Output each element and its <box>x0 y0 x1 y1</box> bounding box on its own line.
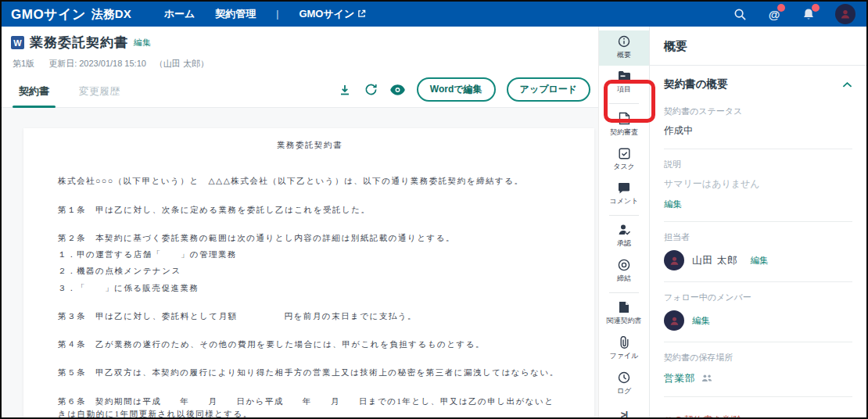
rail-item-overview[interactable]: 概要 <box>599 30 649 66</box>
brand-logo[interactable]: GMOサイン <box>11 5 86 23</box>
followers-label: フォロー中のメンバー <box>664 292 852 303</box>
person-check-icon <box>618 224 631 236</box>
upload-button[interactable]: アップロード <box>507 77 590 102</box>
page-title: 業務委託契約書 <box>30 34 128 52</box>
group-icon <box>701 371 712 385</box>
rail-item-approval[interactable]: 承認 <box>599 219 649 254</box>
clock-icon <box>618 371 630 384</box>
owner-edit-link[interactable]: 編集 <box>750 255 768 267</box>
version-label: 第1版 <box>13 58 34 70</box>
nav-gmo-sign[interactable]: GMOサイン <box>299 7 366 21</box>
doc-line: 第４条 乙が業務の遂行のため、その他の費用を要した場合には、甲がこれを負担するも… <box>58 338 561 351</box>
related-doc-icon <box>619 301 629 313</box>
panel-title: 概要 <box>664 38 852 65</box>
brand-suffix: 法務DX <box>91 7 131 22</box>
info-icon <box>618 35 630 48</box>
rail-item-related-contracts[interactable]: 関連契約書 <box>599 296 649 331</box>
rail-item-log[interactable]: ログ <box>599 367 649 402</box>
download-icon[interactable] <box>337 82 353 98</box>
description-edit-link[interactable]: 編集 <box>664 199 682 210</box>
location-label: 契約書の保存場所 <box>664 352 852 363</box>
task-check-icon <box>619 148 630 159</box>
rail-item-items[interactable]: 項目 <box>599 66 649 100</box>
doc-line: 業務委託契約書 <box>58 139 561 152</box>
followers-edit-link[interactable]: 編集 <box>692 315 710 327</box>
overview-panel: 概要 契約書の概要 契約書のステータス 作成中 説明 サマリーはありません 編集… <box>649 27 866 417</box>
doc-line: ３．「 」に係る販売促進業務 <box>58 282 561 295</box>
owner-label: 担当者 <box>664 231 852 243</box>
owner-avatar <box>664 250 684 270</box>
nav-contract-management[interactable]: 契約管理 <box>215 7 256 21</box>
doc-line: 第２条 本契約に基づく委託業務の範囲は次の通りとし内容の詳細は別紙記載の通りとす… <box>58 232 561 245</box>
nav-divider: | <box>276 9 278 20</box>
mention-icon[interactable]: @ <box>766 6 782 22</box>
section-title: 契約書の概要 <box>664 77 727 91</box>
rail-divider <box>609 292 639 293</box>
doc-line: 第１条 甲は乙に対し、次条に定める業務を委託し乙はこれを受託した。 <box>58 204 561 217</box>
doc-check-icon <box>619 112 630 125</box>
top-navigation-bar: GMOサイン 法務DX ホーム 契約管理 | GMOサイン <box>2 2 866 27</box>
field-divider <box>664 221 852 222</box>
rail-divider <box>609 215 639 216</box>
field-divider <box>664 149 852 149</box>
rail-divider <box>609 103 639 104</box>
word-file-icon: W <box>11 36 24 49</box>
title-edit-link[interactable]: 編集 <box>134 37 151 48</box>
external-link-icon <box>357 9 366 20</box>
doc-line: 第６条 契約期間は平成 年 月 日から平成 年 月 日までの1年とし、甲又は乙の… <box>58 396 561 417</box>
doc-line: 株式会社○○○（以下甲という）と △△△株式会社（以下乙という）は、以下の通り業… <box>58 175 561 188</box>
rail-item-conclusion[interactable]: 締結 <box>599 254 649 289</box>
paperclip-icon <box>619 336 629 349</box>
follower-avatar <box>664 310 684 331</box>
search-icon[interactable] <box>732 6 748 22</box>
comment-icon <box>618 182 630 194</box>
field-divider <box>664 281 852 282</box>
status-value: 作成中 <box>664 124 852 138</box>
doc-line: 第３条 甲は乙に対し、委託料として月額 円を前月の末日までに支払う。 <box>58 310 561 323</box>
word-edit-button[interactable]: Wordで編集 <box>417 77 496 102</box>
description-label: 説明 <box>664 159 852 170</box>
location-link[interactable]: 営業部 <box>664 372 696 385</box>
doc-line: １．甲の運営する店舗「 」の管理業務 <box>58 249 561 261</box>
seal-icon <box>618 259 630 271</box>
document-page: 業務委託契約書 株式会社○○○（以下甲という）と △△△株式会社（以下乙という）… <box>23 128 594 417</box>
user-avatar[interactable] <box>835 4 855 24</box>
preview-eye-icon[interactable] <box>390 82 406 98</box>
rail-item-tasks[interactable]: タスク <box>599 143 649 177</box>
bell-badge <box>812 4 820 12</box>
doc-line: ２．機器の点検メンテナンス <box>58 265 561 278</box>
tab-contract[interactable]: 契約書 <box>17 80 51 107</box>
owner-name: 山田 太郎 <box>692 254 737 267</box>
refresh-icon[interactable] <box>364 82 379 98</box>
document-viewport[interactable]: 業務委託契約書 株式会社○○○（以下甲という）と △△△株式会社（以下乙という）… <box>2 108 598 417</box>
bell-icon[interactable] <box>801 6 816 22</box>
rail-item-contract-review[interactable]: 契約審査 <box>599 107 649 143</box>
doc-line: 第５条 甲乙双方は、本契約の履行により知り得た相手方の営業上又は技術上の秘密を第… <box>58 367 561 379</box>
main-nav: ホーム 契約管理 | GMOサイン <box>164 7 367 21</box>
delete-contract-link[interactable]: この契約書を削除 <box>664 414 743 417</box>
main-area: W 業務委託契約書 編集 第1版 更新日: 2023/01/18 15:10 （… <box>2 27 866 417</box>
contract-content-column: W 業務委託契約書 編集 第1版 更新日: 2023/01/18 15:10 （… <box>2 27 598 417</box>
topbar-actions: @ <box>732 4 855 24</box>
document-actions: Wordで編集 アップロード <box>337 77 590 107</box>
nav-home[interactable]: ホーム <box>164 7 195 21</box>
document-header: W 業務委託契約書 編集 第1版 更新日: 2023/01/18 15:10 （… <box>2 27 598 70</box>
description-placeholder: サマリーはありません <box>664 177 852 191</box>
status-label: 契約書のステータス <box>664 106 852 117</box>
mention-badge <box>777 4 785 12</box>
folder-icon <box>618 70 631 82</box>
updated-label: 更新日: 2023/01/18 15:10 （山田 太郎） <box>48 58 209 70</box>
side-icon-rail: 概要 項目 契約審査 <box>598 27 649 417</box>
tab-bar: 契約書 変更履歴 <box>2 70 598 108</box>
app-window: GMOサイン 法務DX ホーム 契約管理 | GMOサイン <box>0 0 868 419</box>
chevron-up-icon[interactable] <box>842 77 852 91</box>
rail-item-comments[interactable]: コメント <box>599 177 649 212</box>
tab-history[interactable]: 変更履歴 <box>77 80 121 107</box>
field-divider <box>664 396 852 397</box>
collapse-panel-icon[interactable]: >| <box>599 402 649 419</box>
rail-item-files[interactable]: ファイル <box>599 331 649 367</box>
field-divider <box>664 342 852 342</box>
